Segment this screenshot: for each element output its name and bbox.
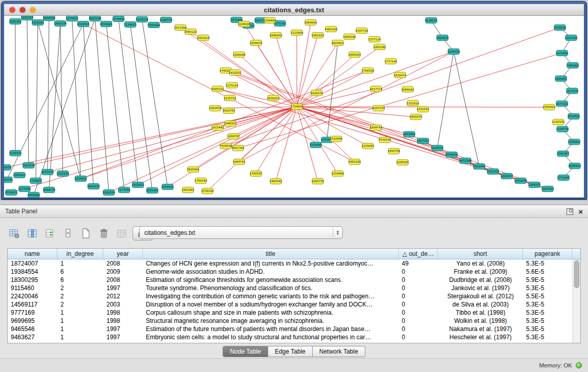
network-window-titlebar[interactable]: citations_edges.txt — [4, 4, 584, 16]
graph-node[interactable]: 1693601 — [332, 40, 344, 46]
graph-edge-black[interactable] — [72, 18, 81, 179]
table-row[interactable]: 977716911998Corpus callosum shape and si… — [8, 309, 573, 317]
graph-node[interactable]: 1288046 — [233, 52, 246, 57]
graph-node[interactable]: 1401674 — [409, 114, 422, 120]
graph-edge-black[interactable] — [34, 18, 95, 195]
table-row[interactable]: 1830029562008Estimation of significance … — [8, 276, 573, 284]
graph-node[interactable]: 1830021 — [267, 95, 279, 101]
graph-node[interactable]: 7625441 — [187, 167, 199, 172]
table-mode-icon[interactable] — [7, 226, 21, 240]
graph-node[interactable]: 1665003 — [13, 172, 26, 178]
graph-node[interactable]: 1554021 — [161, 184, 173, 190]
graph-node[interactable]: 1418201 — [229, 70, 241, 75]
graph-node[interactable]: 1859478 — [250, 40, 263, 46]
graph-edge-black[interactable] — [95, 18, 109, 192]
graph-node[interactable]: 1558420 — [147, 22, 160, 28]
graph-node[interactable]: 1154774 — [556, 126, 569, 132]
graph-node[interactable]: 1120331 — [9, 150, 21, 156]
graph-node[interactable]: 1122404 — [291, 30, 303, 35]
graph-node[interactable]: 1020314 — [21, 16, 34, 20]
graph-node[interactable]: 1748508 — [362, 68, 375, 73]
graph-node[interactable]: 1485542 — [270, 179, 282, 184]
graph-node[interactable]: 1770991 — [112, 16, 124, 21]
column-header-out_de[interactable]: △ out_de… — [399, 249, 438, 259]
graph-node[interactable]: 1254493 — [264, 17, 276, 23]
graph-node[interactable]: 9672206 — [459, 158, 472, 164]
graph-edge-red[interactable] — [11, 107, 297, 193]
graph-node[interactable]: 8554021 — [5, 190, 17, 195]
graph-edge-red[interactable] — [48, 107, 297, 172]
graph-node[interactable]: 1143541 — [552, 119, 564, 125]
graph-node[interactable]: 1377114 — [368, 36, 381, 42]
graph-node[interactable]: 2085181 — [211, 86, 224, 92]
graph-node[interactable]: 1216041 — [362, 143, 374, 149]
graph-node[interactable]: 1915441 — [211, 125, 224, 130]
column-header-name[interactable]: name — [8, 249, 57, 259]
graph-node[interactable]: 1724004 — [291, 104, 303, 110]
graph-edge-red[interactable] — [297, 107, 376, 128]
graph-node[interactable]: 9320041 — [4, 177, 13, 183]
graph-node[interactable]: 2039934 — [445, 152, 458, 158]
tab-network-table[interactable]: Network Table — [313, 346, 365, 357]
column-header-title[interactable]: title — [143, 249, 399, 259]
graph-node[interactable]: 1591587 — [557, 151, 570, 157]
graph-node[interactable]: 7524540 — [220, 143, 232, 149]
graph-node[interactable]: 1064042 — [401, 86, 413, 92]
graph-node[interactable]: 9910741 — [223, 108, 235, 114]
graph-node[interactable]: 1973450 — [556, 50, 569, 56]
graph-node[interactable]: 1151541 — [417, 106, 429, 112]
column-header-short[interactable]: short — [438, 249, 523, 259]
graph-node[interactable]: 1495758 — [387, 148, 400, 154]
graph-node[interactable]: 1450342 — [373, 44, 385, 50]
graph-node[interactable]: 1522441 — [473, 164, 485, 169]
table-row[interactable]: 946554611997Estimation of the future num… — [8, 325, 573, 333]
graph-edge-black[interactable] — [60, 24, 63, 173]
table-row[interactable]: 2242004622012Investigating the contribut… — [8, 292, 573, 300]
graph-node[interactable]: 2187718 — [356, 28, 368, 33]
graph-node[interactable]: 2226005 — [238, 21, 251, 27]
show-columns-icon[interactable] — [25, 226, 39, 240]
tab-node-table[interactable]: Node Table — [223, 346, 268, 357]
graph-node[interactable]: 1991438 — [209, 105, 222, 111]
graph-node[interactable]: 8095913 — [569, 163, 581, 169]
graph-node[interactable]: 1760344 — [194, 178, 207, 184]
memory-status-indicator[interactable] — [576, 362, 582, 368]
graph-node[interactable]: 2154503 — [75, 176, 88, 182]
graph-node[interactable]: 1663973 — [436, 35, 449, 40]
graph-node[interactable]: 1044770 — [160, 17, 172, 23]
graph-edge-black[interactable] — [7, 24, 83, 180]
delete-column-icon[interactable] — [97, 226, 111, 240]
column-header-pagerank[interactable]: pagerank — [523, 249, 572, 259]
graph-edge-red[interactable] — [297, 47, 380, 107]
graph-node[interactable]: 1961923 — [312, 32, 324, 38]
graph-edge-black[interactable] — [36, 23, 38, 181]
graph-node[interactable]: 1660122 — [184, 29, 197, 34]
edit-columns-icon[interactable] — [43, 226, 57, 240]
graph-node[interactable]: 1099747 — [227, 134, 240, 139]
graph-node[interactable]: 2016334 — [23, 163, 35, 168]
graph-node[interactable]: 1681463 — [403, 132, 416, 137]
graph-node[interactable]: 9087342 — [232, 145, 244, 151]
tab-edge-table[interactable]: Edge Table — [268, 346, 313, 357]
graph-node[interactable]: 1448911 — [224, 121, 236, 126]
graph-node[interactable]: 1461420 — [349, 159, 361, 165]
graph-node[interactable]: 1771045 — [557, 175, 570, 181]
graph-node[interactable]: 2203094 — [514, 178, 527, 184]
table-scrollbar-thumb[interactable] — [574, 260, 579, 288]
graph-node[interactable]: 1023314 — [41, 169, 54, 175]
graph-node[interactable]: 1221709 — [565, 35, 578, 40]
graph-edge-red[interactable] — [297, 107, 409, 135]
column-header-in_degree[interactable]: in_degree — [57, 249, 103, 259]
graph-node[interactable]: 1802611 — [77, 21, 90, 27]
graph-node[interactable]: 1724011 — [30, 178, 42, 184]
graph-edge-black[interactable] — [38, 23, 81, 179]
graph-node[interactable]: 7485003 — [567, 62, 579, 68]
close-panel-icon[interactable]: × — [578, 209, 583, 214]
table-scrollbar[interactable] — [573, 259, 580, 343]
graph-node[interactable]: 1518445 — [330, 136, 343, 142]
graph-node[interactable]: 1154460 — [332, 171, 344, 177]
graph-node[interactable]: 1344227 — [528, 182, 541, 188]
graph-node[interactable]: 1485093 — [349, 52, 361, 57]
graph-node[interactable]: 9882210 — [87, 184, 100, 189]
table-selector-dropdown[interactable]: citations_edges.txt ▲ ▼ — [139, 226, 343, 239]
